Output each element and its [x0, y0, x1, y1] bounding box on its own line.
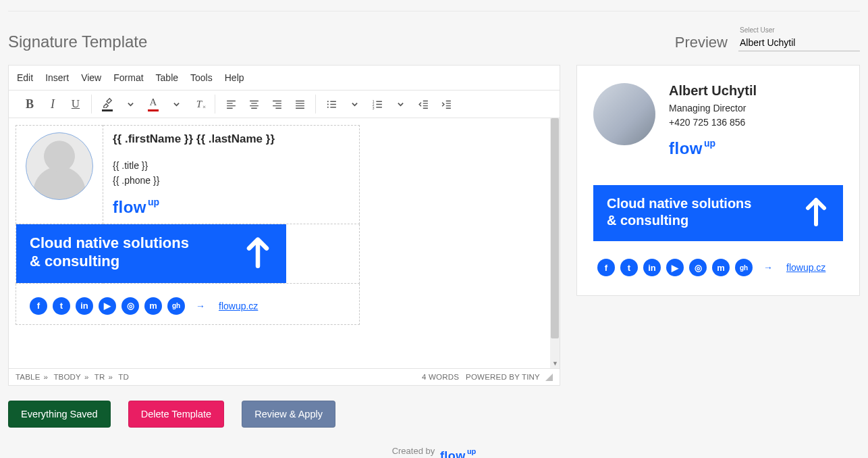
banner-line-2: & consulting — [30, 252, 189, 271]
template-phone: {{ .phone }} — [113, 173, 350, 188]
site-link[interactable]: flowup.cz — [219, 301, 258, 311]
svg-text:2: 2 — [372, 103, 374, 106]
template-banner: Cloud native solutions & consulting — [16, 224, 286, 283]
save-button[interactable]: Everything Saved — [8, 401, 111, 428]
scrollbar-down-icon[interactable]: ▼ — [552, 360, 558, 367]
instagram-icon[interactable]: ◎ — [121, 297, 139, 315]
github-icon[interactable]: gh — [167, 297, 185, 315]
preview-banner-line-1: Cloud native solutions — [607, 195, 751, 212]
editor-toolbar: B I U A T× — [9, 91, 560, 118]
preview-social-row: ftin▶◎mgh→flowup.cz — [593, 252, 843, 279]
template-title: {{ .title }} — [113, 158, 350, 173]
link-arrow-icon: → — [763, 262, 773, 273]
link-arrow-icon: → — [196, 301, 205, 311]
menu-format[interactable]: Format — [113, 72, 143, 83]
svg-text:1: 1 — [372, 99, 374, 103]
resize-handle-icon[interactable] — [545, 374, 553, 381]
text-color-dropdown-icon[interactable] — [167, 95, 185, 113]
numbered-list-dropdown-icon[interactable] — [391, 95, 409, 113]
meetup-icon[interactable]: m — [144, 297, 162, 315]
menu-tools[interactable]: Tools — [190, 72, 213, 83]
bulleted-list-icon[interactable] — [323, 95, 340, 113]
template-name: {{ .firstName }} {{ .lastName }} — [113, 132, 350, 146]
editor-statusbar: TABLE» TBODY» TR» TD 4 WORDS POWERED BY … — [9, 368, 560, 385]
logo-up-text: up — [148, 197, 159, 207]
facebook-icon[interactable]: f — [597, 259, 615, 276]
preview-banner-line-2: & consulting — [607, 212, 751, 229]
banner-line-1: Cloud native solutions — [30, 234, 189, 253]
template-info-cell[interactable]: {{ .firstName }} {{ .lastName }} {{ .tit… — [103, 126, 360, 224]
linkedin-icon[interactable]: in — [76, 297, 93, 315]
menu-table[interactable]: Table — [156, 72, 178, 83]
template-avatar-cell[interactable] — [16, 126, 103, 224]
editor-canvas[interactable]: {{ .firstName }} {{ .lastName }} {{ .tit… — [9, 118, 560, 368]
twitter-icon[interactable]: t — [620, 259, 638, 276]
template-social-cell[interactable]: ftin▶◎mgh→flowup.cz — [16, 283, 360, 324]
twitter-icon[interactable]: t — [53, 297, 70, 315]
youtube-icon[interactable]: ▶ — [666, 259, 684, 276]
github-icon[interactable]: gh — [735, 259, 753, 276]
editor-menubar: Edit Insert View Format Table Tools Help — [9, 66, 560, 91]
clear-formatting-icon[interactable]: T× — [190, 95, 208, 113]
footer-logo: flowup — [440, 449, 476, 458]
avatar-placeholder-icon — [26, 132, 93, 200]
numbered-list-icon[interactable]: 123 — [369, 95, 386, 113]
svg-point-2 — [327, 106, 328, 107]
preview-title: Preview — [675, 34, 728, 51]
review-apply-button[interactable]: Review & Apply — [242, 401, 335, 428]
logo-flow-text: flow — [113, 198, 146, 217]
menu-view[interactable]: View — [81, 72, 101, 83]
preview-job-title: Managing Director — [669, 101, 757, 116]
site-link[interactable]: flowup.cz — [786, 262, 825, 273]
page-title: Signature Template — [8, 32, 147, 51]
preview-logo: flowup — [669, 139, 757, 158]
bold-icon[interactable]: B — [21, 95, 38, 113]
footer: Created by flowup — [8, 440, 860, 458]
element-path[interactable]: TABLE» TBODY» TR» TD — [16, 373, 129, 381]
svg-text:3: 3 — [372, 106, 374, 109]
word-count: 4 WORDS — [422, 373, 459, 381]
arrow-up-icon — [243, 234, 273, 271]
facebook-icon[interactable]: f — [30, 297, 47, 315]
preview-name: Albert Uchytil — [669, 83, 757, 99]
outdent-icon[interactable] — [414, 95, 432, 113]
select-user-field[interactable]: Select User — [738, 28, 860, 51]
scrollbar-thumb[interactable] — [551, 118, 559, 338]
youtube-icon[interactable]: ▶ — [99, 297, 116, 315]
arrow-up-icon — [803, 195, 830, 229]
svg-point-0 — [327, 101, 328, 102]
menu-insert[interactable]: Insert — [45, 72, 69, 83]
template-banner-cell[interactable]: Cloud native solutions & consulting — [16, 224, 360, 283]
indent-icon[interactable] — [437, 95, 455, 113]
italic-icon[interactable]: I — [44, 95, 61, 113]
align-justify-icon[interactable] — [291, 95, 308, 113]
preview-banner: Cloud native solutions & consulting — [593, 185, 843, 241]
text-color-icon[interactable]: A — [144, 95, 162, 113]
linkedin-icon[interactable]: in — [643, 259, 661, 276]
menu-help[interactable]: Help — [225, 72, 244, 83]
editor-panel: Edit Insert View Format Table Tools Help… — [8, 65, 560, 386]
highlight-color-dropdown-icon[interactable] — [121, 95, 139, 113]
menu-edit[interactable]: Edit — [17, 72, 33, 83]
align-left-icon[interactable] — [222, 95, 240, 113]
select-user-label: Select User — [740, 26, 775, 34]
svg-point-1 — [327, 103, 328, 105]
align-center-icon[interactable] — [245, 95, 263, 113]
preview-phone: +420 725 136 856 — [669, 116, 757, 130]
align-right-icon[interactable] — [268, 95, 286, 113]
preview-card: Albert Uchytil Managing Director +420 72… — [576, 65, 860, 296]
meetup-icon[interactable]: m — [712, 259, 730, 276]
footer-created-by: Created by — [392, 446, 435, 456]
editor-scrollbar[interactable]: ▼ — [550, 118, 560, 368]
delete-template-button[interactable]: Delete Template — [128, 401, 225, 428]
instagram-icon[interactable]: ◎ — [689, 259, 707, 276]
highlight-color-icon[interactable] — [99, 95, 116, 113]
bulleted-list-dropdown-icon[interactable] — [346, 95, 363, 113]
template-social-row: ftin▶◎mgh→flowup.cz — [26, 290, 350, 317]
underline-icon[interactable]: U — [67, 95, 84, 113]
signature-table[interactable]: {{ .firstName }} {{ .lastName }} {{ .tit… — [16, 125, 360, 325]
top-divider — [8, 11, 860, 11]
powered-by: POWERED BY TINY — [466, 373, 540, 381]
template-logo: flowup — [113, 198, 350, 217]
preview-avatar — [593, 83, 655, 145]
